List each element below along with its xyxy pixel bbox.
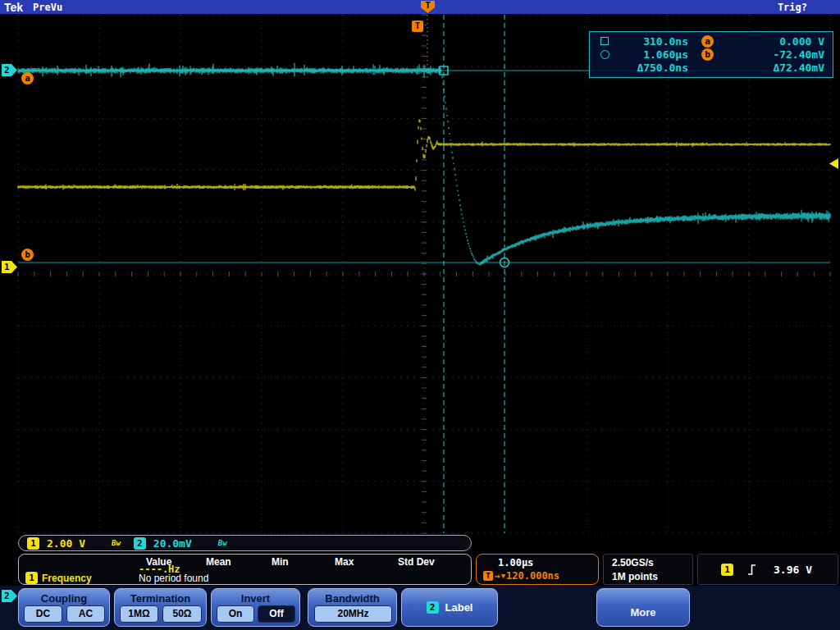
termination-50ohm-option[interactable]: 50Ω [162,605,202,623]
measurement-panel: Value Mean Min Max Std Dev ----.Hz 1 Fre… [18,554,472,585]
coupling-button[interactable]: Coupling DC AC [18,588,110,627]
trigger-panel[interactable]: 1 3.96 V [697,554,838,585]
coupling-dc-option[interactable]: DC [24,605,62,623]
cursor-delta-time: Δ750.0ns [613,62,688,74]
rising-edge-icon [746,563,757,577]
cursor-b-circle-icon [596,50,613,59]
delay-triangle-icon: ▼ [501,572,505,580]
meas-header-mean: Mean [206,556,231,568]
cursor-b-row: 1.060μs b -72.40mV [596,48,824,61]
ch1-bandwidth-icon: Bw [112,539,121,547]
ch2-bandwidth-icon: Bw [218,539,227,547]
oscilloscope-screen: Tek PreVu Trig? T T 2 a b 1 310.0ns a 0.… [0,0,840,630]
trigger-source-badge: 1 [721,564,733,576]
cursor-a-badge: a [701,35,714,48]
tek-logo: Tek [4,1,23,14]
cursor-a-value: 0.000 V [714,35,824,48]
ch2-badge[interactable]: 2 [134,537,146,550]
cursor-b-time: 1.060μs [613,48,688,61]
ch1-waveform [18,119,830,190]
coupling-ac-option[interactable]: AC [66,605,105,623]
horizontal-panel[interactable]: 1.00μs T → ▼ 120.000ns [476,554,599,585]
label-button-text: Label [445,601,473,614]
invert-label: Invert [212,592,299,605]
invert-off-option[interactable]: Off [258,605,295,623]
cursor-readout-panel: 310.0ns a 0.000 V 1.060μs b -72.40mV Δ75… [589,31,833,78]
sample-rate: 2.50GS/s [612,557,692,568]
label-button-content: 2 Label [402,589,497,626]
bandwidth-label: Bandwidth [308,592,396,605]
trigger-status: Trig? [778,2,807,13]
meas-header-min: Min [272,556,289,568]
ch2-scale[interactable]: 20.0mV [153,537,192,550]
invert-on-option[interactable]: On [217,605,254,623]
cursor-a-time: 310.0ns [613,35,688,48]
meas-header-max: Max [335,556,354,568]
cursor-a-marker[interactable]: a [21,72,34,84]
meas-name[interactable]: Frequency [42,573,92,584]
termination-label: Termination [115,592,206,605]
termination-button[interactable]: Termination 1MΩ 50Ω [114,588,207,627]
cursor-delta-value: Δ72.40mV [714,62,824,74]
cursor-b-value: -72.40mV [714,48,824,61]
cursor-b-marker[interactable]: b [21,249,34,261]
menu-bar: 2 Coupling DC AC Termination 1MΩ 50Ω Inv… [0,586,840,630]
horizontal-delay: 120.000ns [506,570,559,582]
more-button-text: More [597,589,689,626]
meas-header-stddev: Std Dev [398,556,435,568]
label-button[interactable]: 2 Label [401,588,498,627]
channel-scale-bar: 1 2.00 V Bw 2 20.0mV Bw [18,535,472,551]
cursor-delta-spacer2 [701,62,714,74]
ch1-badge[interactable]: 1 [27,537,39,550]
menu-channel-tag: 2 [2,590,17,602]
acquisition-panel: 2.50GS/s 1M points [603,554,693,585]
cursor-delta-row: Δ750.0ns Δ72.40mV [596,61,824,74]
meas-channel-badge: 1 [25,572,38,584]
more-button[interactable]: More [596,588,690,627]
trigger-point-icon: T [412,21,423,32]
ch1-scale[interactable]: 2.00 V [47,537,85,550]
acquisition-mode-status: PreVu [33,2,62,13]
cursor-b-badge: b [701,48,714,61]
arrow-right-icon: → [495,571,500,582]
meas-note: No period found [139,573,208,584]
topbar: Tek PreVu Trig? [0,0,840,14]
horizontal-scale: 1.00μs [498,557,598,568]
invert-button[interactable]: Invert On Off [211,588,300,627]
horizontal-delay-row: T → ▼ 120.000ns [483,570,598,582]
bandwidth-20mhz-option[interactable]: 20MHz [314,605,392,623]
trigger-icon: T [483,571,493,581]
termination-1mohm-option[interactable]: 1MΩ [120,605,158,623]
coupling-label: Coupling [19,592,109,605]
cursor-a-row: 310.0ns a 0.000 V [596,34,824,48]
bandwidth-button[interactable]: Bandwidth 20MHz [308,588,397,627]
label-channel-badge: 2 [427,601,439,614]
record-length: 1M points [612,571,692,582]
cursor-a-square-icon [596,37,613,45]
trigger-level: 3.96 V [774,564,812,576]
